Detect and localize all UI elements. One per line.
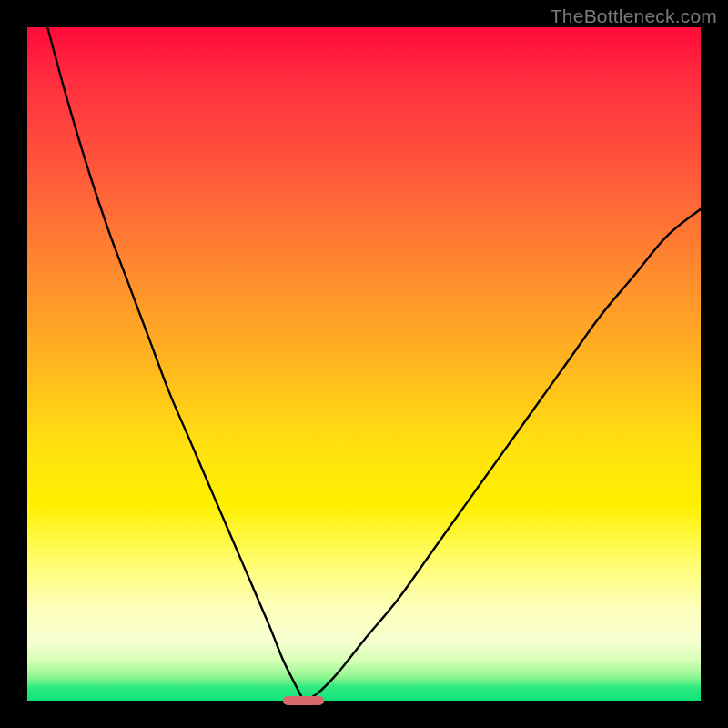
bottleneck-curve [27,27,701,701]
curve-left-branch [47,27,303,701]
curve-right-branch [303,209,701,701]
minimum-marker [283,696,323,705]
watermark-text: TheBottleneck.com [551,5,717,27]
chart-frame: TheBottleneck.com [0,0,728,728]
plot-area [27,27,701,701]
